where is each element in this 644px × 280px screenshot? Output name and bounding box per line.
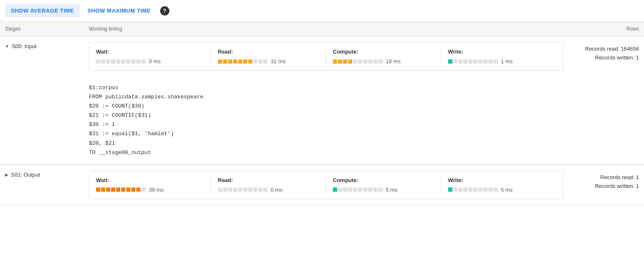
bar-seg <box>258 188 262 192</box>
bar-seg <box>478 188 483 192</box>
bar-seg <box>243 59 247 64</box>
timing-s00-read-label: Read: <box>218 49 319 55</box>
bar-seg <box>223 59 227 64</box>
timing-s00-compute-value: 18 ms <box>386 58 400 64</box>
timing-s00-compute-bar-row: 18 ms <box>333 58 434 64</box>
stage-s00-label[interactable]: ▼ S00: Input <box>5 42 89 49</box>
timing-s01-write-bar-row: 5 ms <box>448 187 557 193</box>
bar-seg <box>338 59 342 64</box>
column-headers: Stages Working timing Rows <box>0 22 644 36</box>
timing-s01-wait-value: 39 ms <box>149 187 164 193</box>
timing-s01-read: Read: <box>211 177 327 193</box>
timing-s01-read-bar-row: 0 ms <box>218 187 319 193</box>
bar-seg <box>458 59 462 64</box>
bar-seg <box>248 188 252 192</box>
bar-seg <box>121 188 125 192</box>
timing-s00-read-value: 31 ms <box>271 58 286 64</box>
bar-seg <box>463 59 467 64</box>
bar-seg <box>228 188 232 192</box>
bar-seg <box>358 59 362 64</box>
timing-s00-wait-bar-row: 0 ms <box>96 58 204 64</box>
timing-s00-write-bar <box>448 59 498 64</box>
timing-s01-wait-bar <box>96 188 145 192</box>
bar-seg <box>121 59 125 64</box>
bar-seg <box>448 59 452 64</box>
timing-s01-write-value: 5 ms <box>501 187 513 193</box>
stage-s00-name: S00: Input <box>12 43 36 49</box>
bar-seg <box>378 188 382 192</box>
stage-s01-timing-grid: Wait: <box>96 177 556 193</box>
bar-seg <box>111 59 115 64</box>
bar-seg <box>253 59 257 64</box>
toolbar: SHOW AVERAGE TIME SHOW MAXIMUM TIME ? <box>0 0 644 22</box>
timing-s01-write-label: Write: <box>448 177 557 183</box>
bar-seg <box>223 188 227 192</box>
bar-seg <box>353 188 357 192</box>
bar-seg <box>258 59 262 64</box>
bar-seg <box>348 59 352 64</box>
bar-seg <box>468 188 473 192</box>
stage-s00-records-read: Records read: 164656 <box>564 45 639 54</box>
timing-s00-read-bar-row: 31 ms <box>218 58 319 64</box>
timing-s01-write: Write: <box>441 177 557 193</box>
bar-seg <box>106 188 110 192</box>
bar-seg <box>493 59 498 64</box>
bar-seg <box>101 188 105 192</box>
bar-seg <box>126 59 130 64</box>
bar-seg <box>473 59 478 64</box>
code-line-5: $30 := 1 <box>89 120 639 129</box>
bar-seg <box>131 59 135 64</box>
bar-seg <box>253 188 257 192</box>
stage-s01-records-read: Records read: 1 <box>564 173 639 182</box>
code-line-8: TO __stage00_output <box>89 148 639 157</box>
timing-s01-wait: Wait: <box>96 177 211 193</box>
help-icon[interactable]: ? <box>160 6 169 15</box>
bar-seg <box>488 188 493 192</box>
bar-seg <box>126 188 130 192</box>
bar-seg <box>478 59 483 64</box>
timing-s00-read-bar <box>218 59 267 64</box>
col-header-timing: Working timing <box>89 26 564 32</box>
bar-seg <box>378 59 382 64</box>
timing-s01-compute-label: Compute: <box>333 177 434 183</box>
timing-s00-wait-value: 0 ms <box>149 58 161 64</box>
stage-s00-arrow: ▼ <box>5 44 9 49</box>
bar-seg <box>218 188 222 192</box>
bar-seg <box>493 188 498 192</box>
bar-seg <box>333 188 337 192</box>
bar-seg <box>483 59 488 64</box>
bar-seg <box>373 59 377 64</box>
timing-s01-write-bar <box>448 188 498 192</box>
bar-seg <box>248 59 252 64</box>
bar-seg <box>448 188 452 192</box>
bar-seg <box>243 188 247 192</box>
bar-seg <box>101 59 105 64</box>
timing-s01-compute-bar <box>333 188 382 192</box>
bar-seg <box>483 188 488 192</box>
timing-s01-read-value: 0 ms <box>271 187 283 193</box>
bar-seg <box>96 59 100 64</box>
bar-seg <box>238 59 242 64</box>
stage-s01-label[interactable]: ▶ S01: Output <box>5 171 89 178</box>
bar-seg <box>116 188 120 192</box>
bar-seg <box>458 188 462 192</box>
bar-seg <box>116 59 120 64</box>
col-header-stages: Stages <box>5 26 89 32</box>
bar-seg <box>333 59 337 64</box>
bar-seg <box>96 188 100 192</box>
stage-s00-header: ▼ S00: Input Wait: <box>0 36 644 77</box>
stage-s00-timing-grid: Wait: <box>96 49 556 64</box>
show-maximum-time-button[interactable]: SHOW MAXIMUM TIME <box>81 4 156 17</box>
timing-s00-compute-label: Compute: <box>333 49 434 55</box>
timing-s00-wait: Wait: <box>96 49 211 64</box>
code-line-2: FROM publicdata.samples.shakespeare <box>89 92 639 102</box>
timing-s01-compute: Compute: <box>326 177 441 193</box>
stage-s00-code: $1:corpus FROM publicdata.samples.shakes… <box>0 77 644 164</box>
timing-s00-write-bar-row: 1 ms <box>448 58 557 64</box>
bar-seg <box>368 59 372 64</box>
code-line-1: $1:corpus <box>89 83 639 92</box>
timing-s00-read: Read: <box>211 49 327 64</box>
bar-seg <box>353 59 357 64</box>
stage-s01-arrow: ▶ <box>5 172 8 177</box>
show-average-time-button[interactable]: SHOW AVERAGE TIME <box>5 4 80 17</box>
